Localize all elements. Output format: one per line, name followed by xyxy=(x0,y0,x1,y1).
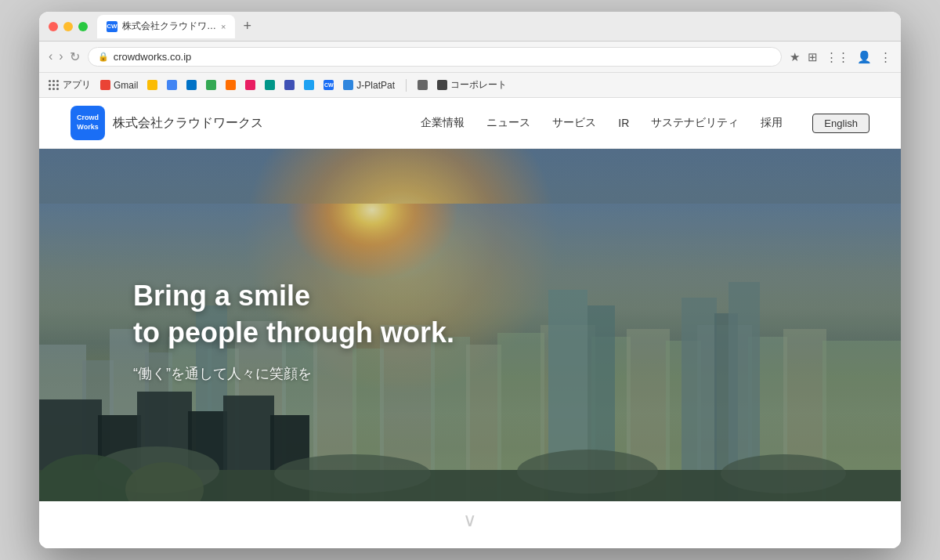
bookmark-8[interactable] xyxy=(265,80,275,90)
active-tab[interactable]: CW 株式会社クラウドワークス | Crow... × xyxy=(97,15,235,38)
bookmark-4-favicon xyxy=(186,80,197,90)
corporate-label: コーポレート xyxy=(450,78,507,92)
crowdworks-favicon: CW xyxy=(324,80,334,90)
minimize-button[interactable] xyxy=(63,22,73,31)
bookmark-11-favicon xyxy=(418,80,428,90)
bookmark-10-favicon xyxy=(304,80,314,90)
logo-line2: Works xyxy=(77,123,98,132)
crowdworks-bookmark[interactable]: CW xyxy=(324,80,334,90)
corporate-bookmark[interactable]: コーポレート xyxy=(437,78,507,92)
gmail-label: Gmail xyxy=(114,80,138,91)
title-bar: CW 株式会社クラウドワークス | Crow... × + xyxy=(39,12,901,42)
tab-favicon: CW xyxy=(107,21,118,32)
avatar-icon[interactable]: 👤 xyxy=(857,50,872,64)
address-bar: ‹ › ↻ 🔒 crowdworks.co.ip ★ ⊞ ⋮⋮ 👤 ⋮ xyxy=(39,42,901,73)
menu-item-company[interactable]: 企業情報 xyxy=(421,116,465,130)
nav-buttons: ‹ › ↻ xyxy=(49,49,80,64)
gmail-bookmark[interactable]: Gmail xyxy=(100,80,138,91)
star-icon[interactable]: ★ xyxy=(790,50,800,64)
tab-close-button[interactable]: × xyxy=(221,22,226,31)
website-content: Crowd Works 株式会社クラウドワークス 企業情報 ニュース サービス … xyxy=(39,98,901,548)
hero-content: Bring a smile to people through work. “働… xyxy=(133,278,454,383)
bookmark-divider xyxy=(406,79,407,92)
url-text: crowdworks.co.ip xyxy=(114,51,192,63)
hero-title-line1: Bring a smile xyxy=(133,278,454,315)
close-button[interactable] xyxy=(49,22,58,31)
site-logo[interactable]: Crowd Works 株式会社クラウドワークス xyxy=(70,106,263,140)
menu-icon[interactable]: ⋮ xyxy=(880,50,891,64)
browser-window: CW 株式会社クラウドワークス | Crow... × + ‹ › ↻ 🔒 cr… xyxy=(39,12,901,548)
menu-item-service[interactable]: サービス xyxy=(552,116,596,130)
site-menu: 企業情報 ニュース サービス IR サステナビリティ 採用 English xyxy=(421,114,870,133)
gmail-favicon xyxy=(100,80,110,90)
bookmark-6[interactable] xyxy=(226,80,236,90)
bookmark-7-favicon xyxy=(245,80,255,90)
bookmarks-bar: アプリ Gmail xyxy=(39,73,901,98)
tab-bar: CW 株式会社クラウドワークス | Crow... × + xyxy=(97,15,891,38)
bookmark-6-favicon xyxy=(226,80,236,90)
bookmark-11[interactable] xyxy=(418,80,428,90)
bookmark-2-favicon xyxy=(147,80,157,90)
menu-item-ir[interactable]: IR xyxy=(618,117,629,129)
hero-subtitle: “働く”を通して人々に笑顔を xyxy=(133,363,454,382)
extensions-icon[interactable]: ⊞ xyxy=(808,50,818,64)
bookmark-10[interactable] xyxy=(304,80,314,90)
below-hero: ∨ xyxy=(39,501,901,548)
logo-line1: Crowd xyxy=(77,114,99,123)
bookmark-3-favicon xyxy=(167,80,177,90)
apps-bookmark[interactable]: アプリ xyxy=(49,78,91,92)
apps-grid-icon xyxy=(49,80,60,91)
grid-icon[interactable]: ⋮⋮ xyxy=(826,50,849,64)
company-name: 株式会社クラウドワークス xyxy=(113,115,263,132)
bookmark-2[interactable] xyxy=(147,80,157,90)
traffic-lights xyxy=(49,22,88,31)
maximize-button[interactable] xyxy=(78,22,88,31)
english-button[interactable]: English xyxy=(812,114,870,133)
back-button[interactable]: ‹ xyxy=(49,49,52,64)
refresh-button[interactable]: ↻ xyxy=(70,49,80,64)
bookmark-8-favicon xyxy=(265,80,275,90)
bookmark-3[interactable] xyxy=(167,80,177,90)
hero-title: Bring a smile to people through work. xyxy=(133,278,454,352)
apps-label: アプリ xyxy=(63,78,91,92)
jplatpat-favicon xyxy=(343,80,353,90)
bookmark-7[interactable] xyxy=(245,80,255,90)
menu-item-recruit[interactable]: 採用 xyxy=(761,116,783,130)
site-navigation: Crowd Works 株式会社クラウドワークス 企業情報 ニュース サービス … xyxy=(39,98,901,149)
new-tab-button[interactable]: + xyxy=(238,18,256,34)
bookmark-5-favicon xyxy=(206,80,216,90)
bookmark-5[interactable] xyxy=(206,80,216,90)
menu-item-news[interactable]: ニュース xyxy=(486,116,530,130)
bookmark-9[interactable] xyxy=(284,80,295,90)
url-bar[interactable]: 🔒 crowdworks.co.ip xyxy=(88,47,782,67)
scroll-indicator: ∨ xyxy=(463,509,477,531)
tab-title: 株式会社クラウドワークス | Crow... xyxy=(122,20,216,33)
bookmark-4[interactable] xyxy=(186,80,197,90)
hero-title-line2: to people through work. xyxy=(133,315,454,352)
logo-box: Crowd Works xyxy=(70,106,105,140)
lock-icon: 🔒 xyxy=(98,52,109,62)
jplatpat-label: J-PlatPat xyxy=(356,80,395,91)
bookmark-9-favicon xyxy=(284,80,295,90)
corporate-favicon xyxy=(437,80,447,90)
hero-section: Bring a smile to people through work. “働… xyxy=(39,149,901,501)
menu-item-sustainability[interactable]: サステナビリティ xyxy=(651,116,739,130)
browser-actions: ★ ⊞ ⋮⋮ 👤 ⋮ xyxy=(790,50,891,64)
forward-button[interactable]: › xyxy=(59,49,63,64)
jplatpat-bookmark[interactable]: J-PlatPat xyxy=(343,80,395,91)
